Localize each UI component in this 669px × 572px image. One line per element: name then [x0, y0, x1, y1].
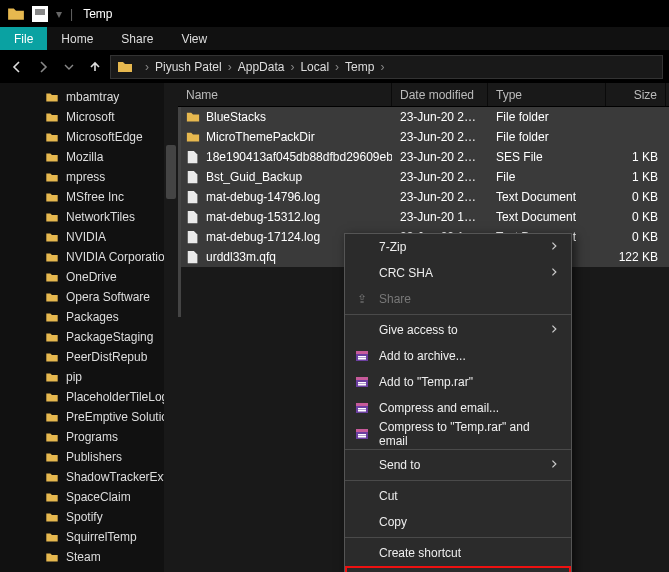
tree-item[interactable]: NVIDIA Corporation	[0, 247, 178, 267]
title-separator-2: |	[70, 7, 73, 21]
file-name: mat-debug-17124.log	[206, 230, 320, 244]
crumb-sep-icon: ›	[290, 60, 294, 74]
tree-item-label: NVIDIA	[66, 230, 106, 244]
tree-item[interactable]: MicrosoftEdge	[0, 127, 178, 147]
tree-item[interactable]: NetworkTiles	[0, 207, 178, 227]
folder-icon	[44, 491, 60, 504]
crumb-part[interactable]: AppData	[238, 60, 285, 74]
svg-rect-14	[358, 434, 366, 436]
tree-item[interactable]: ShadowTrackerExtra	[0, 467, 178, 487]
submenu-arrow-icon	[549, 458, 561, 473]
tree-item-label: SpaceClaim	[66, 490, 131, 504]
file-date: 23-Jun-20 22:16	[392, 130, 488, 144]
tab-view[interactable]: View	[167, 27, 221, 50]
tab-share[interactable]: Share	[107, 27, 167, 50]
tree-item[interactable]: Programs	[0, 427, 178, 447]
tree-item[interactable]: Spotify	[0, 507, 178, 527]
nav-up-button[interactable]	[84, 56, 106, 78]
file-row[interactable]: 18e190413af045db88dfbd29609eb877.d..23-J…	[178, 147, 669, 167]
folder-icon	[44, 371, 60, 384]
context-menu-item[interactable]: Create shortcut	[345, 540, 571, 566]
crumb-part[interactable]: Local	[300, 60, 329, 74]
col-header-name[interactable]: Name	[178, 83, 392, 106]
context-menu-item[interactable]: Compress to "Temp.rar" and email	[345, 421, 571, 447]
tree-item[interactable]: PlaceholderTileLogo	[0, 387, 178, 407]
nav-forward-button[interactable]	[32, 56, 54, 78]
file-date: 23-Jun-20 16:06	[392, 210, 488, 224]
tree-item[interactable]: TechSmith	[0, 567, 178, 572]
file-name: mat-debug-15312.log	[206, 210, 320, 224]
file-row[interactable]: mat-debug-14796.log23-Jun-20 22:38Text D…	[178, 187, 669, 207]
tree-item[interactable]: mpress	[0, 167, 178, 187]
tree-item-label: Packages	[66, 310, 119, 324]
address-bar[interactable]: › Piyush Patel › AppData › Local › Temp …	[110, 55, 663, 79]
tree-item[interactable]: Microsoft	[0, 107, 178, 127]
file-row[interactable]: MicroThemePackDir23-Jun-20 22:16File fol…	[178, 127, 669, 147]
tab-home[interactable]: Home	[47, 27, 107, 50]
folder-tree[interactable]: mbamtrayMicrosoftMicrosoftEdgeMozillampr…	[0, 83, 178, 572]
tree-item[interactable]: OneDrive	[0, 267, 178, 287]
context-menu-item[interactable]: Add to "Temp.rar"	[345, 369, 571, 395]
folder-icon	[44, 151, 60, 164]
tab-file[interactable]: File	[0, 27, 47, 50]
file-date: 23-Jun-20 22:03	[392, 170, 488, 184]
context-menu-item[interactable]: Add to archive...	[345, 343, 571, 369]
file-row[interactable]: mat-debug-15312.log23-Jun-20 16:06Text D…	[178, 207, 669, 227]
crumb-sep-icon: ›	[228, 60, 232, 74]
svg-rect-13	[356, 429, 368, 432]
tree-item-label: NVIDIA Corporation	[66, 250, 171, 264]
folder-icon	[44, 91, 60, 104]
file-row[interactable]: BlueStacks23-Jun-20 21:59File folder	[178, 107, 669, 127]
tree-item[interactable]: pip	[0, 367, 178, 387]
context-menu-item[interactable]: Give access to	[345, 317, 571, 343]
tree-item-label: PlaceholderTileLogo	[66, 390, 175, 404]
tree-item[interactable]: Mozilla	[0, 147, 178, 167]
crumb-part[interactable]: Piyush Patel	[155, 60, 222, 74]
nav-recent-dropdown[interactable]	[58, 56, 80, 78]
context-menu-item[interactable]: Compress and email...	[345, 395, 571, 421]
tree-item-label: SquirrelTemp	[66, 530, 137, 544]
tree-item[interactable]: NVIDIA	[0, 227, 178, 247]
tree-item[interactable]: PreEmptive Solution	[0, 407, 178, 427]
context-menu-item[interactable]: 7-Zip	[345, 234, 571, 260]
tree-scrollbar-thumb[interactable]	[166, 145, 176, 199]
tree-scrollbar-track[interactable]	[164, 83, 178, 572]
crumb-part[interactable]: Temp	[345, 60, 374, 74]
folder-icon	[186, 109, 200, 125]
tree-item[interactable]: PackageStaging	[0, 327, 178, 347]
tree-item[interactable]: SquirrelTemp	[0, 527, 178, 547]
quick-access-save-icon[interactable]	[31, 5, 49, 23]
file-size: 122 KB	[606, 250, 666, 264]
col-header-size[interactable]: Size	[606, 83, 666, 106]
tree-item-label: NetworkTiles	[66, 210, 135, 224]
context-menu-item[interactable]: Send to	[345, 452, 571, 478]
tree-item[interactable]: Packages	[0, 307, 178, 327]
tree-item[interactable]: Publishers	[0, 447, 178, 467]
context-menu-item[interactable]: Cut	[345, 483, 571, 509]
context-menu-label: Create shortcut	[379, 546, 461, 560]
context-menu-item[interactable]: Copy	[345, 509, 571, 535]
nav-back-button[interactable]	[6, 56, 28, 78]
col-header-type[interactable]: Type	[488, 83, 606, 106]
tree-item[interactable]: Opera Software	[0, 287, 178, 307]
tree-item-label: PackageStaging	[66, 330, 153, 344]
pane-scrollbar-thumb[interactable]	[178, 107, 181, 317]
svg-rect-7	[358, 384, 366, 386]
tree-item-label: Opera Software	[66, 290, 150, 304]
file-type: SES File	[488, 150, 606, 164]
context-menu-label: Send to	[379, 458, 420, 472]
file-row[interactable]: Bst_Guid_Backup23-Jun-20 22:03File1 KB	[178, 167, 669, 187]
svg-rect-3	[358, 358, 366, 360]
tree-item[interactable]: MSfree Inc	[0, 187, 178, 207]
context-menu-item[interactable]: CRC SHA	[345, 260, 571, 286]
context-menu-item[interactable]: Delete	[345, 566, 571, 572]
ribbon-tabs: File Home Share View	[0, 27, 669, 51]
folder-icon	[44, 251, 60, 264]
tree-item[interactable]: Steam	[0, 547, 178, 567]
col-header-date[interactable]: Date modified	[392, 83, 488, 106]
file-size: 1 KB	[606, 150, 666, 164]
tree-item-label: Publishers	[66, 450, 122, 464]
tree-item[interactable]: PeerDistRepub	[0, 347, 178, 367]
tree-item[interactable]: mbamtray	[0, 87, 178, 107]
tree-item[interactable]: SpaceClaim	[0, 487, 178, 507]
